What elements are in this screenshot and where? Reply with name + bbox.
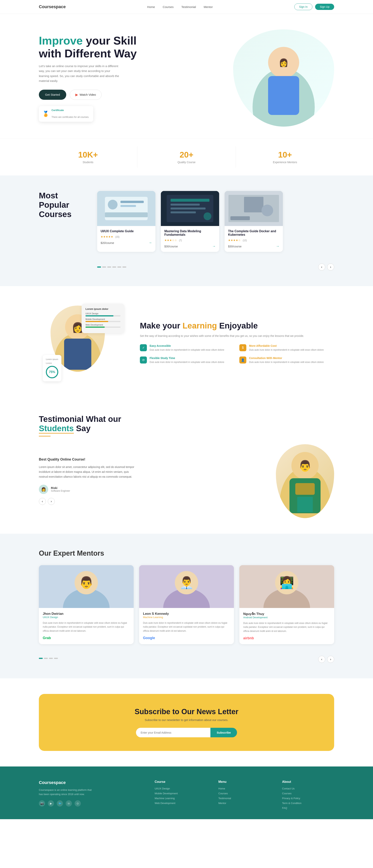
learning-description: Set the way of learning according to you…	[140, 334, 334, 338]
learning-progress-card: Lorem ipsum Lorem 75%	[43, 355, 61, 381]
course-price-2: $30/course	[228, 245, 241, 248]
progress-value: 75%	[49, 370, 55, 374]
dot-4	[117, 267, 121, 268]
benefit-cost-icon: $	[239, 344, 246, 351]
svg-rect-2	[268, 76, 299, 115]
get-started-button[interactable]: Get Started	[39, 90, 66, 100]
social-instagram-icon[interactable]: 📷	[39, 800, 45, 807]
courses-header: MostPopularCourses	[39, 191, 334, 271]
social-other-icon[interactable]: ⊙	[75, 800, 81, 807]
nav-courses[interactable]: Courses	[163, 5, 174, 8]
navbar: Coursespace Home Courses Testimonial Men…	[0, 0, 373, 14]
mentor-body-1: Leon S Kennedy Machine Learning Duis aut…	[139, 608, 234, 644]
watch-video-button[interactable]: ▶ Watch Video	[70, 90, 102, 100]
svg-rect-19	[244, 197, 264, 212]
nav-links: Home Courses Testimonial Mentor	[147, 5, 213, 8]
footer: Coursespace Coursespace is an online lea…	[0, 767, 373, 819]
learning-title: Make your Learning Enjoyable	[140, 321, 334, 331]
footer-link-about-courses[interactable]: Courses	[282, 792, 334, 795]
mentor-desc-2: Duis aute irure dolor in reprehenderit i…	[243, 621, 330, 633]
footer-col-about: About Contact Us Courses Privacy & Polic…	[282, 780, 334, 811]
mentor-company-2: airbnb	[243, 636, 330, 640]
course-reviews-1: (7)	[179, 239, 182, 242]
benefit-accessible-text: Easy Accessible Duis aute irure dolor in…	[149, 344, 224, 352]
svg-rect-30	[295, 483, 315, 495]
certificate-desc: There are certificates for all courses.	[52, 115, 89, 119]
mentor-image-1: 👨‍💼	[148, 565, 225, 608]
footer-col-menu: Menu Home Courses Testimonial Mentor	[218, 780, 270, 811]
author-avatar: 👩	[39, 485, 48, 494]
footer-link-home[interactable]: Home	[218, 787, 270, 790]
courses-carousel-dots	[97, 267, 126, 268]
newsletter-card: Subscribe to Our News Letter Subscribe t…	[39, 694, 334, 751]
course-arrow-1[interactable]: →	[212, 244, 216, 248]
mentors-carousel-dots	[39, 658, 58, 659]
mentor-dot-2	[49, 658, 53, 659]
skill-track-web	[86, 327, 121, 328]
courses-prev-button[interactable]: ‹	[318, 264, 325, 271]
hero-headline-skill: your Skill	[83, 34, 137, 47]
footer-link-uiux[interactable]: UI/UX Design	[155, 787, 207, 790]
courses-next-button[interactable]: ›	[327, 264, 334, 271]
stat-students: 10K+ Students	[39, 146, 137, 168]
benefit-cost-title: More Affordable Cost	[249, 344, 324, 347]
courses-grid-container: UI/UX Complete Guide ★★★★★ (15) $20/cour…	[97, 191, 334, 271]
play-icon: ▶	[75, 93, 78, 97]
footer-link-web[interactable]: Web Development	[155, 802, 207, 805]
course-reviews-0: (15)	[115, 236, 119, 238]
testimonial-header: Testimonial What our Students Say	[39, 414, 334, 436]
course-arrow-0[interactable]: →	[148, 241, 152, 245]
course-body-1: Mastering Data Modeling Fundamentals ★★★…	[161, 226, 219, 252]
footer-link-ml[interactable]: Machine Learning	[155, 797, 207, 800]
signup-button[interactable]: Sign Up	[315, 4, 334, 10]
course-rating-0: ★★★★★ (15)	[101, 235, 152, 239]
certificate-card: 🏅 Certificate There are certificates for…	[39, 106, 93, 122]
footer-link-privacy[interactable]: Privacy & Policy	[282, 797, 334, 800]
hero-headline-way: with Different Way	[39, 47, 137, 60]
newsletter-email-input[interactable]	[136, 728, 210, 737]
mentor-card-2: 👩‍💻 Nguyễn Thuy Android Development Duis…	[239, 565, 334, 644]
signin-button[interactable]: Sign In	[294, 3, 313, 10]
social-twitter-icon[interactable]: 🐦	[57, 800, 63, 807]
mentor-name-1: Leon S Kennedy	[143, 612, 230, 616]
learning-left: 👩 Lorem ipsum dolor UI/UX Design Mobile …	[39, 302, 124, 383]
footer-link-courses[interactable]: Courses	[218, 792, 270, 795]
nav-mentor[interactable]: Mentor	[204, 5, 213, 8]
benefit-time-title: Flexible Study Time	[149, 356, 224, 360]
nav-testimonial[interactable]: Testimonial	[181, 5, 196, 8]
social-youtube-icon[interactable]: ▶	[48, 800, 54, 807]
mentor-name-2: Nguyễn Thuy	[243, 612, 330, 616]
footer-link-mobile[interactable]: Mobile Development	[155, 792, 207, 795]
hero-person-svg: 👩	[243, 33, 325, 127]
course-image-0	[97, 191, 156, 226]
mentors-prev-button[interactable]: ‹	[318, 656, 325, 663]
social-linkedin-icon[interactable]: in	[66, 800, 72, 807]
svg-rect-9	[105, 212, 148, 217]
course-arrow-2[interactable]: →	[276, 244, 279, 248]
benefit-accessible-title: Easy Accessible	[149, 344, 224, 347]
footer-brand: Coursespace Coursespace is an online lea…	[39, 780, 143, 811]
mentor-dot-0	[39, 658, 43, 659]
testimonial-prev-button[interactable]: ‹	[39, 498, 46, 505]
nav-home[interactable]: Home	[147, 5, 155, 8]
svg-text:👨: 👨	[298, 460, 312, 472]
course-card-1: Mastering Data Modeling Fundamentals ★★★…	[161, 191, 219, 252]
skill-fill-mobile	[86, 321, 108, 322]
footer-logo: Coursespace	[39, 780, 143, 785]
footer-link-terms[interactable]: Term & Condition	[282, 802, 334, 805]
footer-link-mentor[interactable]: Mentor	[218, 802, 270, 805]
testimonial-next-button[interactable]: ›	[48, 498, 55, 505]
mentors-next-button[interactable]: ›	[327, 656, 334, 663]
hero-section: Improve your Skill with Different Way Le…	[0, 14, 373, 138]
skill-label-web: Web Development	[86, 323, 121, 326]
footer-link-contact[interactable]: Contact Us	[282, 787, 334, 790]
skill-bar-uiux: UI/UX Design	[86, 312, 121, 316]
mentor-thumb-0: 👨	[39, 565, 134, 608]
footer-link-testimonial[interactable]: Testimonial	[218, 797, 270, 800]
footer-link-faq[interactable]: FAQ	[282, 807, 334, 809]
newsletter-subscribe-button[interactable]: Subscribe	[210, 728, 237, 737]
svg-text:👨‍💼: 👨‍💼	[179, 576, 194, 589]
certificate-icon: 🏅	[42, 111, 49, 117]
testimonial-person-svg: 👨	[276, 444, 334, 518]
benefit-accessible-icon: ✓	[140, 344, 147, 351]
